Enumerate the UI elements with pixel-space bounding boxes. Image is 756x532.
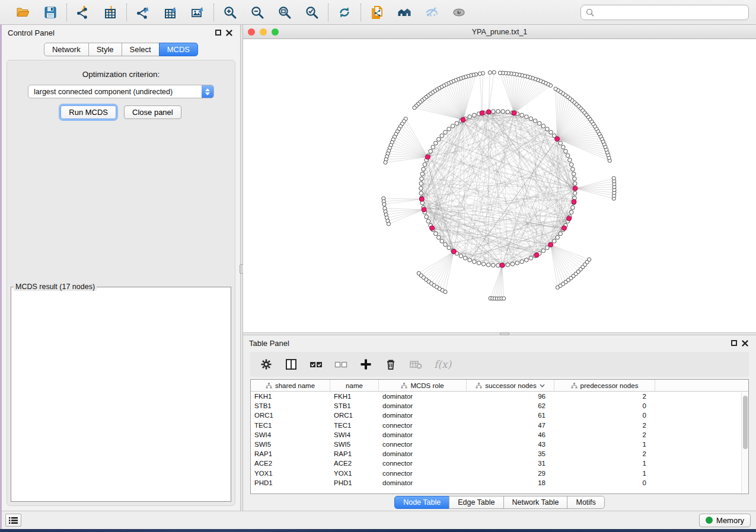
mcds-node[interactable]	[451, 249, 456, 254]
ring-node[interactable]	[501, 110, 505, 114]
ring-node[interactable]	[506, 110, 510, 114]
search-input[interactable]	[598, 8, 744, 17]
ring-node[interactable]	[420, 172, 425, 176]
criterion-dropdown[interactable]: largest connected component (undirected)	[28, 85, 214, 98]
ring-node[interactable]	[511, 262, 515, 266]
ring-node[interactable]	[572, 172, 576, 176]
deselect-all-button[interactable]	[334, 356, 347, 373]
table-row[interactable]: YOX1YOX1connector291	[251, 469, 748, 478]
fan-node[interactable]	[554, 87, 557, 91]
export-network-button[interactable]	[134, 4, 152, 21]
scrollbar-thumb[interactable]	[743, 396, 748, 449]
show-all-button[interactable]	[450, 4, 468, 21]
tab-network[interactable]: Network	[44, 43, 89, 56]
fan-node[interactable]	[413, 106, 416, 110]
mcds-node[interactable]	[562, 226, 566, 230]
ring-node[interactable]	[431, 145, 435, 149]
ring-node[interactable]	[425, 215, 429, 219]
ring-node[interactable]	[549, 130, 553, 134]
mcds-node[interactable]	[461, 117, 465, 122]
ring-node[interactable]	[444, 130, 448, 134]
fan-node[interactable]	[382, 203, 386, 206]
ring-node[interactable]	[492, 110, 496, 114]
table-row[interactable]: ORC1ORC1dominator610	[251, 411, 748, 420]
fan-node[interactable]	[588, 258, 591, 261]
zoom-out-button[interactable]	[248, 4, 266, 21]
ring-node[interactable]	[520, 259, 524, 264]
mcds-node[interactable]	[419, 197, 424, 201]
split-panel-button[interactable]	[285, 356, 298, 373]
zoom-selected-button[interactable]	[303, 4, 321, 21]
tab-motifs[interactable]: Motifs	[567, 496, 604, 509]
ring-node[interactable]	[520, 113, 524, 117]
ring-node[interactable]	[423, 163, 427, 167]
mcds-node[interactable]	[430, 226, 435, 230]
table-row[interactable]: FKH1FKH1dominator962	[251, 392, 748, 401]
save-session-button[interactable]	[42, 4, 59, 21]
mcds-node[interactable]	[422, 207, 426, 212]
ring-node[interactable]	[447, 127, 451, 132]
ring-node[interactable]	[434, 141, 438, 145]
ring-node[interactable]	[486, 263, 490, 267]
table-row[interactable]: RAP1RAP1dominator352	[251, 449, 748, 459]
zoom-fit-button[interactable]	[276, 4, 294, 21]
tab-mcds[interactable]: MCDS	[159, 43, 198, 56]
ring-node[interactable]	[419, 191, 423, 196]
mcds-node[interactable]	[512, 111, 516, 116]
ring-node[interactable]	[537, 121, 541, 126]
import-network-file-button[interactable]	[74, 4, 92, 21]
ring-node[interactable]	[437, 137, 441, 142]
ring-node[interactable]	[571, 206, 575, 210]
ring-node[interactable]	[481, 262, 486, 266]
ring-node[interactable]	[573, 191, 577, 196]
ring-node[interactable]	[564, 149, 568, 153]
zoom-in-button[interactable]	[221, 4, 239, 21]
close-mcds-panel-button[interactable]: Close panel	[124, 105, 181, 119]
column-header-shared-name[interactable]: shared name	[251, 380, 330, 391]
tab-network-table[interactable]: Network Table	[503, 496, 568, 509]
first-neighbors-button[interactable]	[395, 4, 413, 21]
mcds-node[interactable]	[425, 155, 430, 159]
memory-button[interactable]: Memory	[699, 514, 751, 527]
fan-node[interactable]	[488, 70, 492, 74]
ring-node[interactable]	[463, 256, 467, 260]
tab-edge-table[interactable]: Edge Table	[449, 496, 503, 509]
ring-node[interactable]	[440, 134, 444, 138]
table-row[interactable]: STB1STB1dominator620	[251, 401, 748, 411]
run-mcds-button[interactable]: Run MCDS	[60, 105, 116, 119]
ring-node[interactable]	[566, 153, 570, 158]
mcds-node[interactable]	[572, 200, 576, 204]
float-table-panel-button[interactable]	[729, 338, 739, 348]
ring-node[interactable]	[422, 167, 426, 171]
column-header-successor-nodes[interactable]: successor nodes	[467, 380, 554, 391]
table-row[interactable]: PHD1PHD1dominator180	[251, 478, 748, 488]
ring-node[interactable]	[533, 119, 537, 123]
ring-node[interactable]	[468, 115, 472, 119]
table-settings-button[interactable]	[260, 356, 273, 373]
ring-node[interactable]	[426, 219, 430, 223]
tab-select[interactable]: Select	[122, 43, 160, 56]
fan-node[interactable]	[498, 71, 502, 75]
fan-node[interactable]	[502, 297, 506, 300]
ring-node[interactable]	[546, 127, 550, 132]
ring-node[interactable]	[444, 242, 448, 246]
fan-node[interactable]	[612, 177, 615, 180]
tab-node-table[interactable]: Node Table	[394, 496, 449, 509]
search-box[interactable]	[580, 5, 749, 20]
ring-node[interactable]	[552, 239, 556, 243]
ring-node[interactable]	[420, 177, 424, 181]
mcds-node[interactable]	[555, 136, 560, 141]
fan-node[interactable]	[478, 72, 481, 75]
mcds-node[interactable]	[500, 263, 505, 268]
ring-node[interactable]	[573, 182, 577, 186]
refresh-network-view-button[interactable]	[336, 4, 353, 21]
duplicate-network-button[interactable]	[368, 4, 386, 21]
ring-node[interactable]	[541, 249, 546, 253]
ring-node[interactable]	[515, 261, 519, 265]
tab-style[interactable]: Style	[88, 43, 122, 56]
fan-node[interactable]	[387, 222, 390, 226]
column-header-name[interactable]: name	[330, 380, 379, 391]
mcds-node[interactable]	[534, 253, 539, 258]
ring-node[interactable]	[492, 263, 496, 267]
ring-node[interactable]	[459, 254, 463, 258]
